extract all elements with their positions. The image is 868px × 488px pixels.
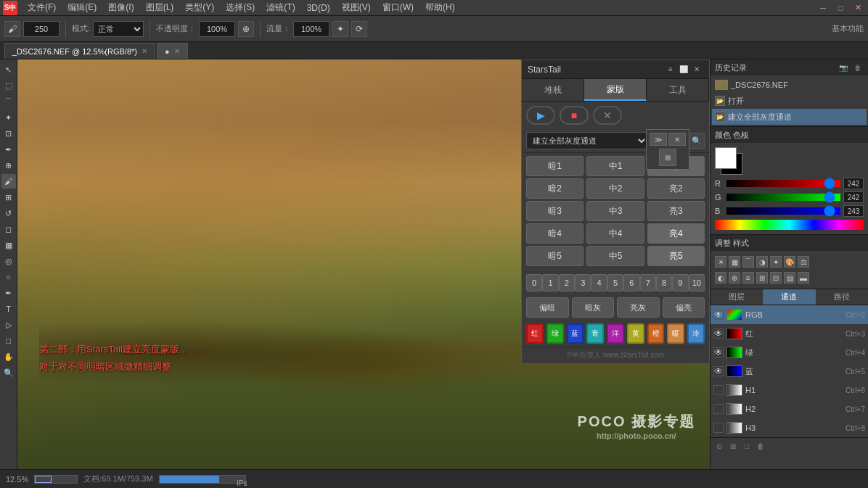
layers-tab[interactable]: 图层 (711, 289, 763, 305)
mini-expand-btn[interactable]: ≫ (650, 133, 667, 146)
exposure-icon[interactable]: ◑ (756, 256, 768, 268)
menu-view[interactable]: 视图(V) (336, 1, 377, 14)
channel-h1-visibility[interactable] (713, 385, 724, 395)
starstail-tab-tools[interactable]: 工具 (647, 79, 709, 101)
menu-layer[interactable]: 图层(L) (140, 1, 180, 14)
color-red-btn[interactable]: 红 (526, 323, 544, 344)
num-10-btn[interactable]: 10 (689, 274, 705, 291)
blue-value[interactable]: 243 (843, 205, 864, 217)
eyedropper-tool[interactable]: ✒ (1, 142, 16, 157)
channel-save-selection-icon[interactable]: ⊞ (727, 440, 739, 452)
channel-h2-visibility[interactable] (713, 404, 724, 414)
red-slider[interactable] (726, 180, 840, 187)
healing-tool[interactable]: ⊕ (1, 158, 16, 173)
num-5-btn[interactable]: 5 (607, 274, 623, 291)
num-4-btn[interactable]: 4 (591, 274, 607, 291)
shape-tool[interactable]: □ (1, 334, 16, 348)
dark5-btn[interactable]: 暗5 (526, 246, 584, 266)
move-tool[interactable]: ↖ (1, 62, 16, 77)
brightness-contrast-icon[interactable]: ☀ (715, 256, 726, 268)
starstail-close-btn[interactable]: ✕ (690, 63, 703, 76)
channel-delete-icon[interactable]: 🗑 (755, 440, 766, 452)
num-3-btn[interactable]: 3 (575, 274, 591, 291)
gradient-tool[interactable]: ▦ (1, 238, 16, 252)
color-cyan-btn[interactable]: 青 (586, 323, 604, 344)
starstail-tab-mask[interactable]: 蒙版 (584, 79, 647, 101)
num-0-btn[interactable]: 0 (526, 274, 542, 291)
canvas-area[interactable]: 第二部：用StarsTail建立亮度蒙版， 对于对不同明暗区域微精细调整 POC… (17, 59, 710, 469)
color-lookup-icon[interactable]: ⊞ (756, 272, 768, 284)
crop-tool[interactable]: ⊡ (1, 126, 16, 141)
starstail-dismiss-btn[interactable]: ✕ (593, 106, 622, 125)
posterize-icon[interactable]: ▤ (784, 272, 795, 284)
invert-icon[interactable]: ⊟ (770, 272, 782, 284)
starstail-menu-btn[interactable]: ≡ (664, 63, 677, 76)
blur-tool[interactable]: ◎ (1, 254, 16, 268)
color-balance-icon[interactable]: ⚖ (798, 256, 809, 268)
zoom-tool[interactable]: 🔍 (1, 365, 16, 380)
eraser-tool[interactable]: ◻ (1, 222, 16, 236)
num-8-btn[interactable]: 8 (656, 274, 672, 291)
channel-h2[interactable]: H2 Ctrl+7 (711, 400, 868, 418)
channel-load-selection-icon[interactable]: ⊙ (713, 440, 725, 452)
channel-h1[interactable]: H1 Ctrl+6 (711, 381, 868, 400)
opacity-toggle[interactable]: ⊕ (238, 21, 254, 37)
foreground-color-swatch[interactable] (715, 147, 737, 169)
mid1-btn[interactable]: 中1 (586, 156, 644, 176)
history-delete-icon[interactable]: 🗑 (852, 62, 864, 73)
red-value[interactable]: 242 (843, 178, 864, 189)
lasso-tool[interactable]: ⌒ (1, 94, 16, 109)
quick-select-tool[interactable]: ✦ (1, 110, 16, 125)
color-cool-btn[interactable]: 冷 (687, 323, 705, 344)
bright4-btn[interactable]: 亮4 (647, 223, 705, 244)
history-item-1[interactable]: 📂 打开 (712, 93, 867, 109)
curves-icon[interactable]: ⌒ (742, 256, 754, 268)
tab-close-2[interactable]: ✕ (174, 47, 180, 55)
maximize-icon[interactable]: □ (833, 1, 848, 15)
clone-tool[interactable]: ⊞ (1, 190, 16, 204)
dark4-btn[interactable]: 暗4 (526, 223, 584, 244)
brush-size-input[interactable] (23, 21, 60, 37)
channel-new-icon[interactable]: □ (741, 440, 753, 452)
menu-image[interactable]: 图像(I) (102, 1, 139, 14)
bright2-btn[interactable]: 亮2 (647, 178, 705, 199)
channel-mixer-icon[interactable]: ≡ (742, 272, 754, 284)
menu-type[interactable]: 类型(Y) (179, 1, 220, 14)
blue-slider[interactable] (726, 207, 840, 215)
menu-edit[interactable]: 编辑(E) (62, 1, 102, 14)
hsl-icon[interactable]: 🎨 (784, 256, 795, 268)
mid4-btn[interactable]: 中4 (586, 223, 644, 244)
mid3-btn[interactable]: 中3 (586, 201, 644, 221)
hand-tool[interactable]: ✋ (1, 350, 16, 364)
text-tool[interactable]: T (1, 302, 16, 316)
dark1-btn[interactable]: 暗1 (526, 156, 584, 176)
channel-blue[interactable]: 👁 蓝 Ctrl+5 (711, 362, 868, 381)
color-blue-btn[interactable]: 蓝 (567, 323, 584, 344)
channel-h3[interactable]: H3 Ctrl+8 (711, 418, 868, 437)
menu-window[interactable]: 窗口(W) (377, 1, 419, 14)
channel-rgb-visibility[interactable]: 👁 (713, 310, 724, 320)
channel-red[interactable]: 👁 红 Ctrl+3 (711, 324, 868, 343)
num-7-btn[interactable]: 7 (640, 274, 656, 291)
vibrance-icon[interactable]: ✦ (770, 256, 782, 268)
dark3-btn[interactable]: 暗3 (526, 201, 584, 221)
tone-light-btn[interactable]: 偏亮 (663, 297, 705, 318)
mini-close-btn[interactable]: ✕ (668, 133, 686, 146)
green-value[interactable]: 242 (843, 191, 864, 203)
channel-blue-visibility[interactable]: 👁 (713, 366, 724, 376)
starstail-stop-btn[interactable]: ■ (560, 106, 589, 125)
minimize-icon[interactable]: ─ (816, 1, 830, 15)
menu-file[interactable]: 文件(F) (22, 1, 62, 14)
channel-green[interactable]: 👁 绿 Ctrl+4 (711, 343, 868, 362)
flow-input[interactable] (293, 21, 329, 37)
color-magenta-btn[interactable]: 洋 (607, 323, 624, 344)
channel-green-visibility[interactable]: 👁 (713, 347, 724, 357)
num-9-btn[interactable]: 9 (672, 274, 688, 291)
document-tab-1[interactable]: _DSC2676.NEF @ 12.5%(RGB/8*) ✕ (4, 43, 155, 59)
starstail-expand-btn[interactable]: ⬜ (677, 63, 690, 76)
starstail-search-btn[interactable]: 🔍 (689, 133, 705, 149)
color-orange-btn[interactable]: 橙 (647, 323, 665, 344)
close-icon[interactable]: ✕ (851, 1, 865, 15)
dodge-tool[interactable]: ○ (1, 270, 16, 284)
num-2-btn[interactable]: 2 (559, 274, 575, 291)
